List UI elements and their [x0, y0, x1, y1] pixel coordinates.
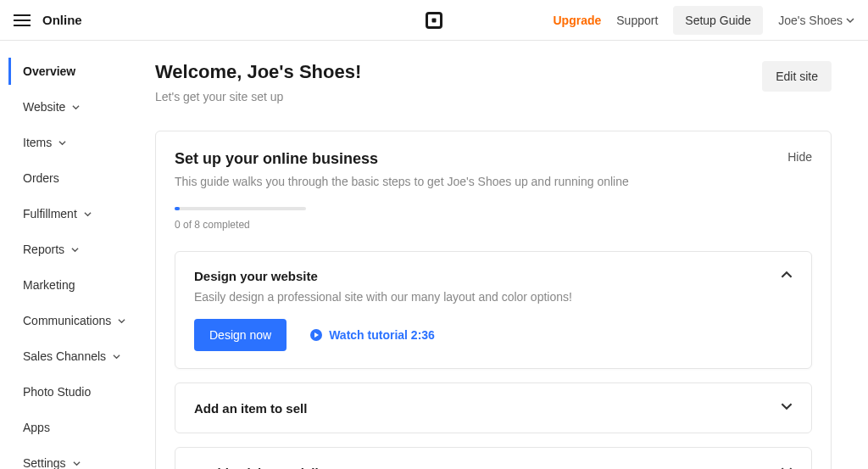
play-icon — [310, 329, 322, 341]
sidebar-item-label: Marketing — [23, 278, 75, 292]
progress: 0 of 8 completed — [175, 207, 812, 231]
sidebar-item-apps[interactable]: Apps — [8, 414, 148, 441]
setup-card: Set up your online business This guide w… — [155, 131, 832, 469]
card-header: Set up your online business This guide w… — [175, 150, 812, 188]
support-link[interactable]: Support — [616, 14, 658, 27]
app-title: Online — [42, 13, 82, 27]
chevron-down-icon — [58, 136, 66, 149]
chevron-down-icon — [846, 16, 854, 25]
sidebar-item-label: Photo Studio — [23, 385, 91, 399]
chevron-down-icon — [113, 349, 120, 363]
page-header: Welcome, Joe's Shoes! Let's get your sit… — [155, 61, 832, 103]
progress-text: 0 of 8 completed — [175, 219, 812, 231]
watch-tutorial-label: Watch tutorial 2:36 — [329, 328, 435, 342]
sidebar-item-sales-channels[interactable]: Sales Channels — [8, 343, 148, 370]
sidebar-item-overview[interactable]: Overview — [8, 58, 148, 85]
setup-guide-button[interactable]: Setup Guide — [673, 6, 763, 35]
sidebar-item-settings[interactable]: Settings — [8, 449, 148, 469]
logo[interactable] — [426, 12, 442, 29]
chevron-down-icon — [71, 243, 79, 256]
topbar-right: Upgrade Support Setup Guide Joe's Shoes — [553, 6, 854, 35]
design-now-button[interactable]: Design now — [194, 319, 287, 351]
step-title: Enable pickup & delivery — [194, 466, 345, 470]
sidebar-item-label: Items — [23, 136, 52, 149]
chevron-down-icon — [72, 100, 80, 114]
account-switcher[interactable]: Joe's Shoes — [778, 14, 854, 27]
sidebar-item-label: Reports — [23, 243, 64, 256]
edit-site-button[interactable]: Edit site — [762, 61, 832, 92]
step-title: Design your website — [194, 269, 572, 283]
sidebar-item-label: Fulfillment — [23, 207, 77, 221]
step-description: Easily design a professional site with o… — [194, 290, 572, 304]
sidebar-item-label: Settings — [23, 456, 66, 469]
setup-step-add-item[interactable]: Add an item to sell — [175, 382, 812, 433]
chevron-up-icon — [781, 269, 793, 283]
sidebar-item-reports[interactable]: Reports — [8, 236, 148, 263]
sidebar-item-website[interactable]: Website — [8, 93, 148, 120]
step-title: Add an item to sell — [194, 401, 307, 416]
sidebar-item-photo-studio[interactable]: Photo Studio — [8, 378, 148, 405]
sidebar-item-label: Apps — [23, 421, 50, 434]
progress-bar — [175, 207, 306, 210]
sidebar-item-items[interactable]: Items — [8, 129, 148, 156]
collapse-button[interactable] — [781, 269, 793, 284]
sidebar-item-marketing[interactable]: Marketing — [8, 271, 148, 299]
topbar-left: Online — [14, 13, 82, 27]
page-title: Welcome, Joe's Shoes! — [155, 61, 361, 83]
account-name: Joe's Shoes — [778, 14, 843, 27]
chevron-down-icon — [73, 456, 81, 469]
sidebar-item-label: Communications — [23, 314, 111, 327]
chevron-down-icon — [118, 314, 125, 327]
square-logo-icon — [426, 12, 442, 29]
page-subtitle: Let's get your site set up — [155, 90, 361, 103]
sidebar-item-label: Orders — [23, 171, 59, 185]
watch-tutorial-link[interactable]: Watch tutorial 2:36 — [310, 328, 435, 342]
topbar: Online Upgrade Support Setup Guide Joe's… — [0, 0, 868, 41]
sidebar-item-label: Sales Channels — [23, 349, 106, 363]
progress-fill — [175, 207, 180, 210]
chevron-down-icon — [781, 465, 793, 469]
setup-description: This guide walks you through the basic s… — [175, 175, 629, 188]
menu-icon[interactable] — [14, 14, 31, 26]
setup-step-pickup-delivery[interactable]: Enable pickup & delivery — [175, 447, 812, 469]
sidebar-item-label: Website — [23, 100, 65, 114]
chevron-down-icon — [84, 207, 92, 221]
setup-title: Set up your online business — [175, 150, 629, 168]
main-content: Welcome, Joe's Shoes! Let's get your sit… — [148, 41, 852, 469]
sidebar-item-orders[interactable]: Orders — [8, 165, 148, 192]
upgrade-link[interactable]: Upgrade — [553, 14, 601, 27]
sidebar: Overview Website Items Orders Fulfillmen… — [0, 41, 148, 469]
hide-button[interactable]: Hide — [787, 150, 812, 164]
sidebar-item-fulfillment[interactable]: Fulfillment — [8, 200, 148, 227]
sidebar-item-communications[interactable]: Communications — [8, 307, 148, 334]
setup-step-design: Design your website Easily design a prof… — [175, 251, 812, 369]
sidebar-item-label: Overview — [23, 64, 75, 78]
chevron-down-icon — [781, 400, 793, 416]
